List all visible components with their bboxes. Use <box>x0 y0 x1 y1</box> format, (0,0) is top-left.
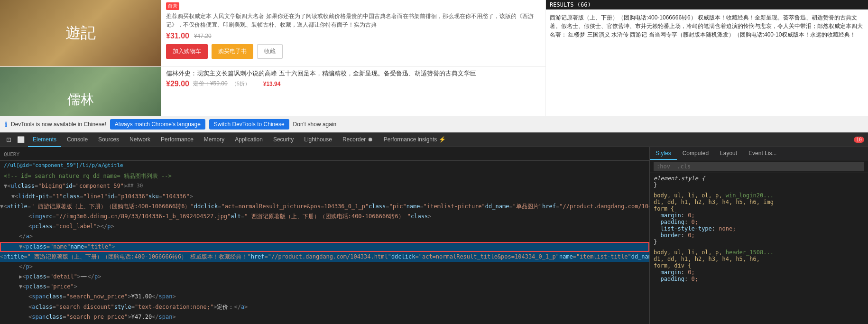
expand-icon[interactable]: ▼ <box>11 192 15 201</box>
product1-desc: 推荐购买权威定本 人民文学版四大名著 如果你还在为了阅读或收藏价格最贵的中国古典… <box>166 12 541 29</box>
info-icon: ℹ <box>5 120 7 128</box>
styles-panel: Styles Computed Layout Event Lis... elem… <box>650 147 868 324</box>
css-rule: body, ul, li, ol, p, win_login20... d1, … <box>654 192 864 245</box>
query-bar: QUERY <box>0 149 649 161</box>
product1-title-row: 自营 <box>166 2 541 10</box>
product2-price-row: ¥29.00 定价：¥59.00 （5折） ¥13.94 <box>166 80 541 88</box>
tab-elements[interactable]: Elements <box>28 133 61 147</box>
product2-price2: ¥13.94 <box>263 81 281 87</box>
tab-computed[interactable]: Computed <box>677 147 714 160</box>
css-selector: body, ul, li, ol, p, <box>654 249 726 256</box>
expand-icon[interactable]: ▼ <box>19 242 22 251</box>
tab-styles[interactable]: Styles <box>650 147 677 160</box>
product1-badge: 自营 <box>166 2 179 10</box>
dom-panel[interactable]: QUERY //ul[@id="component_59"]/li/p/a/@t… <box>0 147 650 324</box>
main-container: 遊記 自营 推荐购买权威定本 人民文学版四大名著 如果你还在为了阅读或收藏价格最… <box>0 0 868 324</box>
element-style-label: element.style { <box>654 175 705 182</box>
css-rule: body, ul, li, ol, p, header_1508... d1, … <box>654 249 864 282</box>
dom-line[interactable]: ▼ <li ddt-pit="1" class="line1" id="p104… <box>0 192 649 202</box>
styles-content: element.style { } body, ul, li, ol, p, w… <box>650 173 868 324</box>
dom-line[interactable]: <a class="search_discount" style="text-d… <box>0 302 649 312</box>
tab-network[interactable]: Network <box>125 133 155 147</box>
add-to-cart-button[interactable]: 加入购物车 <box>166 44 208 59</box>
expand-icon[interactable]: ▶ <box>19 272 22 281</box>
tab-security[interactable]: Security <box>268 133 298 147</box>
right-sidebar: RESULTS (66) 西游记原著版（上、下册）（团购电话:400-10666… <box>545 0 868 132</box>
device-tool-button[interactable]: ⬜ <box>15 135 27 145</box>
product2-price-old: 定价：¥59.00 <box>193 80 228 88</box>
tab-performance[interactable]: Performance <box>156 133 198 147</box>
styles-tabs: Styles Computed Layout Event Lis... <box>650 147 868 160</box>
tab-event-listeners[interactable]: Event Lis... <box>743 147 782 160</box>
css-rule: element.style { } <box>654 175 864 188</box>
query-value-bar: //ul[@id="component_59"]/li/p/a/@title <box>0 161 649 172</box>
tab-sources[interactable]: Sources <box>93 133 124 147</box>
product1-actions: 加入购物车 购买电子书 收藏 <box>166 44 541 59</box>
query-value: //ul[@id="component_59"]/li/p/a/@title <box>4 162 123 168</box>
product1: 遊記 自营 推荐购买权威定本 人民文学版四大名著 如果你还在为了阅读或收藏价格最… <box>0 0 545 66</box>
product2-discount: （5折） <box>231 80 250 87</box>
tab-layout[interactable]: Layout <box>714 147 743 160</box>
always-match-language-button[interactable]: Always match Chrome's language <box>110 119 205 130</box>
dom-line[interactable]: </p> <box>0 262 649 272</box>
tab-memory[interactable]: Memory <box>199 133 229 147</box>
error-badge: 10 <box>854 137 864 143</box>
dom-line[interactable]: <span class="search_discount" >&nbsp;(6.… <box>0 322 649 324</box>
tab-application[interactable]: Application <box>230 133 268 147</box>
product1-info: 自营 推荐购买权威定本 人民文学版四大名著 如果你还在为了阅读或收藏价格最贵的中… <box>161 0 545 66</box>
buy-ebook-button[interactable]: 购买电子书 <box>212 44 253 59</box>
expand-icon[interactable]: ▼ <box>0 202 3 211</box>
dom-line-selected[interactable]: ▼ <p class="name" name="title" > <box>0 242 649 252</box>
notification-text: DevTools is now available in Chinese! <box>11 121 106 128</box>
product2-title: 儒林外史：现实主义长篇讽刺小说的高峰 五十六回足本，精编精校，全新呈现。备受鲁迅… <box>166 69 541 78</box>
dom-line[interactable]: <a title=" 西游记原著版（上、下册）（团购电话:400-1066666… <box>0 252 649 262</box>
tab-performance-insights[interactable]: Performance insights ⚡ <box>379 133 451 147</box>
query-label: QUERY <box>4 151 19 157</box>
dom-line[interactable]: ▼ <p class="price" > <box>0 282 649 292</box>
dom-line[interactable]: <p class="cool_label" ></p> <box>0 222 649 231</box>
styles-filter <box>650 160 868 173</box>
results-content: 西游记原著版（上、下册）（团购电话:400-1066666转6） 权威版本！收藏… <box>546 9 868 123</box>
dom-line[interactable]: <!-- id= search_nature_rg dd_name= 精品图书列… <box>0 171 649 181</box>
product1-price-old: ¥47.20 <box>194 33 212 39</box>
collect-button[interactable]: 收藏 <box>257 44 283 59</box>
expand-icon[interactable]: ▼ <box>4 182 7 191</box>
tag-open: < <box>7 182 10 191</box>
webpage-preview: 遊記 自营 推荐购买权威定本 人民文学版四大名著 如果你还在为了阅读或收藏价格最… <box>0 0 868 133</box>
dom-line[interactable]: <span class="search_now_price" >¥31.00</… <box>0 292 649 302</box>
product1-price-row: ¥31.00 ¥47.20 <box>166 32 541 40</box>
product2-price: ¥29.00 <box>166 80 189 88</box>
results-header: RESULTS (66) <box>546 0 868 9</box>
switch-devtools-button[interactable]: Switch DevTools to Chinese <box>209 119 289 130</box>
expand-icon[interactable]: ▼ <box>19 282 22 291</box>
styles-filter-input[interactable] <box>654 162 864 171</box>
dont-show-again-link[interactable]: Don't show again <box>293 121 337 128</box>
dom-line[interactable]: ▶ <p class="detail" >⋯⋯</p> <box>0 272 649 282</box>
product1-image: 遊記 <box>0 0 161 66</box>
dom-comment: <!-- id= search_nature_rg dd_name= 精品图书列… <box>4 172 172 181</box>
dom-line[interactable]: ▼ <ul class="bigimg" id="component_59" >… <box>0 181 649 191</box>
tab-lighthouse[interactable]: Lighthouse <box>299 133 337 147</box>
css-selector: body, ul, li, ol, p, <box>654 192 726 199</box>
devtools-content: QUERY //ul[@id="component_59"]/li/p/a/@t… <box>0 147 868 324</box>
cursor-tool-button[interactable]: ⊡ <box>4 135 14 145</box>
devtools-notification: ℹ DevTools is now available in Chinese! … <box>0 116 868 132</box>
product-area: 遊記 自营 推荐购买权威定本 人民文学版四大名著 如果你还在为了阅读或收藏价格最… <box>0 0 545 132</box>
product1-price: ¥31.00 <box>166 32 189 40</box>
tab-recorder[interactable]: Recorder ⏺ <box>338 133 378 147</box>
devtools-toolbar: ⊡ ⬜ Elements Console Sources Network Per… <box>0 133 868 147</box>
dom-line[interactable]: ▼ <a title=" 西游记原著版（上、下册）（团购电话:400-10666… <box>0 202 649 212</box>
devtools-bottom: ⊡ ⬜ Elements Console Sources Network Per… <box>0 133 868 324</box>
dom-line[interactable]: </a> <box>0 231 649 241</box>
dom-line[interactable]: <span class="search_pre_price" >¥47.20</… <box>0 312 649 322</box>
dom-line[interactable]: <img src="//img3m6.ddimg.cn/89/33/104336… <box>0 212 649 222</box>
tab-console[interactable]: Console <box>62 133 92 147</box>
